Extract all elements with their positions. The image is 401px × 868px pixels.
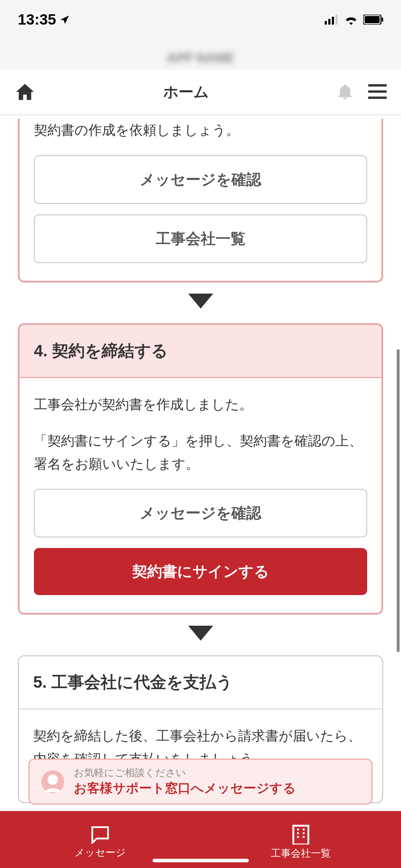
home-indicator[interactable] (153, 859, 249, 862)
wifi-icon (344, 14, 358, 25)
svg-rect-9 (368, 97, 387, 99)
support-text: お気軽にご相談ください お客様サポート窓口へメッセージする (74, 766, 296, 797)
check-message-button[interactable]: メッセージを確認 (34, 155, 367, 204)
step-4-text-1: 工事会社が契約書を作成しました。 (34, 393, 367, 416)
step-4-body: 工事会社が契約書を作成しました。 「契約書にサインする」を押し、契約書を確認の上… (20, 378, 381, 613)
bottom-nav: メッセージ 工事会社一覧 (0, 811, 401, 868)
nav-message-label: メッセージ (74, 846, 126, 859)
svg-rect-7 (368, 84, 387, 87)
battery-icon (363, 15, 383, 25)
page-title: ホーム (163, 82, 209, 102)
step-3-card: 契約書の作成を依頼しましょう。 メッセージを確認 工事会社一覧 (18, 119, 383, 283)
svg-rect-1 (328, 19, 330, 25)
signal-icon (325, 15, 339, 25)
building-icon (291, 824, 310, 844)
step-4-text-2: 「契約書にサインする」を押し、契約書を確認の上、署名をお願いいたします。 (34, 429, 367, 475)
check-message-button-2[interactable]: メッセージを確認 (34, 489, 367, 537)
message-icon (89, 825, 111, 844)
svg-rect-8 (368, 91, 387, 93)
svg-rect-3 (335, 15, 338, 25)
app-header: ホーム (0, 69, 401, 115)
status-icons (325, 14, 383, 25)
blurred-app-name: APP NAME (0, 46, 401, 69)
step-4-header: 4. 契約を締結する (20, 325, 381, 378)
step-5-header: 5. 工事会社に代金を支払う (19, 656, 382, 709)
support-small-text: お気軽にご相談ください (74, 766, 296, 780)
status-time-wrap: 13:35 (18, 11, 70, 28)
main-content: 契約書の作成を依頼しましょう。 メッセージを確認 工事会社一覧 4. 契約を締結… (0, 115, 401, 814)
svg-point-11 (47, 774, 58, 785)
step-4-title: 4. 契約を締結する (34, 340, 367, 362)
company-list-button[interactable]: 工事会社一覧 (34, 215, 367, 263)
bell-icon[interactable] (336, 82, 354, 102)
status-time: 13:35 (18, 11, 56, 28)
support-main-text: お客様サポート窓口へメッセージする (74, 780, 296, 797)
svg-rect-2 (332, 17, 334, 25)
svg-rect-12 (293, 826, 308, 844)
arrow-down-icon (18, 293, 383, 309)
step-4-card: 4. 契約を締結する 工事会社が契約書を作成しました。 「契約書にサインする」を… (18, 323, 383, 615)
sign-contract-button[interactable]: 契約書にサインする (34, 548, 367, 595)
status-bar: 13:35 (0, 0, 401, 46)
home-icon[interactable] (14, 81, 36, 103)
support-banner[interactable]: お気軽にご相談ください お客様サポート窓口へメッセージする (29, 759, 372, 805)
svg-rect-0 (325, 21, 327, 25)
scroll-indicator[interactable] (397, 349, 400, 652)
arrow-down-icon-2 (18, 625, 383, 641)
step-3-text: 契約書の作成を依頼しましょう。 (34, 119, 367, 142)
svg-rect-6 (382, 17, 383, 22)
step-5-title: 5. 工事会社に代金を支払う (33, 671, 368, 693)
support-avatar-icon (40, 769, 65, 794)
svg-rect-5 (365, 16, 380, 23)
nav-company-label: 工事会社一覧 (271, 847, 331, 860)
menu-icon[interactable] (368, 84, 387, 100)
location-icon (60, 14, 70, 25)
